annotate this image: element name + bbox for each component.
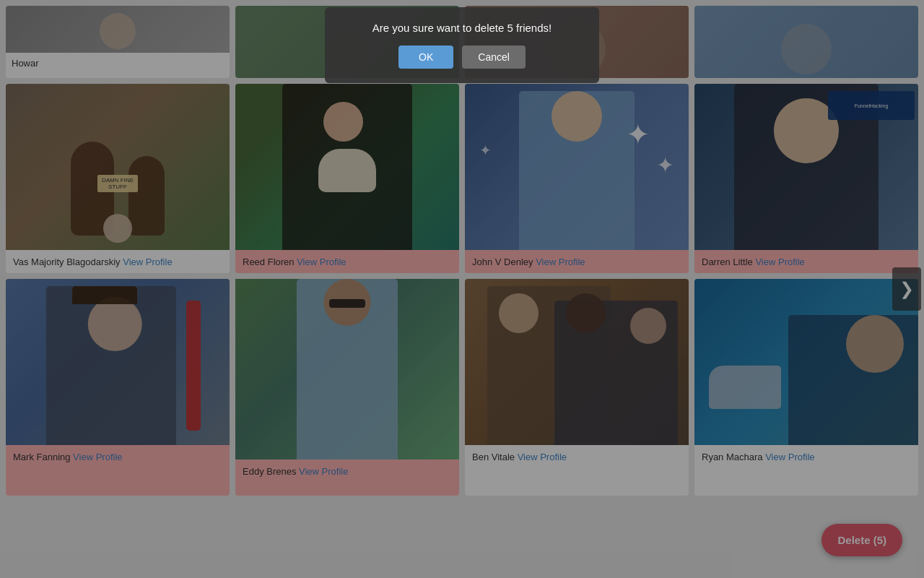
modal-message: Are you sure want to delete 5 friends! bbox=[372, 22, 552, 34]
modal-dialog: Are you sure want to delete 5 friends! O… bbox=[325, 7, 599, 83]
modal-ok-button[interactable]: OK bbox=[398, 46, 453, 69]
modal-overlay: Are you sure want to delete 5 friends! O… bbox=[0, 0, 924, 578]
modal-cancel-button[interactable]: Cancel bbox=[462, 46, 526, 69]
page-container: Howar bbox=[0, 0, 924, 578]
modal-buttons: OK Cancel bbox=[398, 46, 526, 69]
